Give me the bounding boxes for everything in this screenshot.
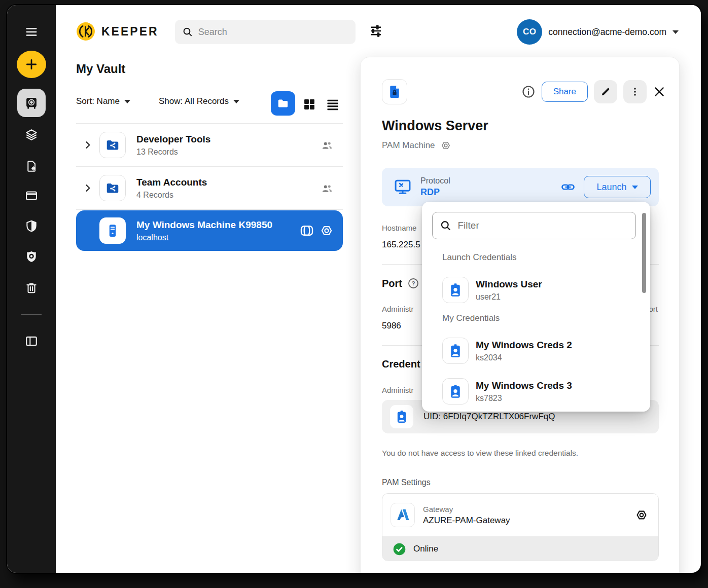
credential-title: My Windows Creds 2 xyxy=(476,340,572,351)
credential-item-my-windows-creds-2[interactable]: My Windows Creds 2 ks2034 xyxy=(442,338,635,364)
hostname-value: 165.225.5 xyxy=(382,240,420,250)
chevron-down-icon xyxy=(233,100,239,103)
credentials-section-heading: Credent xyxy=(382,358,420,370)
port-section-heading: Port ? xyxy=(382,277,419,289)
gateway-status-label: Online xyxy=(413,544,438,554)
vault-icon xyxy=(17,89,46,117)
scrollbar-thumb[interactable] xyxy=(642,213,646,293)
protocol-value: RDP xyxy=(420,187,560,198)
grid-icon xyxy=(302,97,316,112)
credential-badge-iconbox xyxy=(390,405,413,428)
record-title: My Windows Machine K99850 xyxy=(136,219,299,231)
credential-item-my-windows-creds-3[interactable]: My Windows Creds 3 ks7823 xyxy=(442,378,635,405)
keeper-app-window: KEEPER CO connection@acme-demo.com My Va… xyxy=(7,5,701,573)
sidebar-item-trash[interactable] xyxy=(7,281,56,295)
sidebar-item-payment-cards[interactable] xyxy=(7,189,56,202)
admin-credentials-label: Administr xyxy=(382,386,414,394)
check-circle-icon xyxy=(393,542,406,556)
uid-value: UID: 6FDIq7QkTZRLTX06FrwFqQ xyxy=(423,412,555,422)
rdp-monitor-icon xyxy=(393,177,412,197)
protocol-box: Protocol RDP Launch xyxy=(382,168,659,206)
desktop-background: KEEPER CO connection@acme-demo.com My Va… xyxy=(0,0,708,588)
share-button[interactable]: Share xyxy=(542,82,588,102)
gateway-hexagon-icon xyxy=(635,508,648,522)
sidebar-item-panel-toggle[interactable] xyxy=(7,335,56,348)
sidebar-item-security-audit[interactable] xyxy=(7,219,56,233)
sidebar-item-secrets-manager[interactable] xyxy=(7,128,56,141)
launch-credentials-menu: Launch Credentials Windows User user21 M… xyxy=(422,202,650,412)
folder-row-developer-tools[interactable]: Developer Tools 13 Records xyxy=(76,124,343,166)
link-icon[interactable] xyxy=(560,179,576,195)
record-row-text: My Windows Machine K99850 localhost xyxy=(136,219,299,242)
admin-port-label: Administr xyxy=(382,305,414,313)
gateway-label: Gateway xyxy=(423,505,627,513)
view-folder-button[interactable] xyxy=(271,91,295,116)
credential-badge-icon xyxy=(448,384,463,399)
folder-subtitle: 4 Records xyxy=(136,191,321,200)
show-dropdown[interactable]: Show: All Records xyxy=(159,96,239,106)
azure-icon xyxy=(395,507,410,523)
pam-settings-label: PAM Settings xyxy=(382,478,431,487)
help-circle-icon[interactable]: ? xyxy=(407,277,419,289)
menu-icon[interactable] xyxy=(7,25,56,39)
folder-row-text: Developer Tools 13 Records xyxy=(136,134,321,157)
page-title: My Vault xyxy=(76,62,125,76)
folder-subtitle: 13 Records xyxy=(136,148,321,157)
folder-title: Developer Tools xyxy=(136,134,321,145)
credential-item-text: My Windows Creds 2 ks2034 xyxy=(476,340,572,362)
panel-toggle-icon xyxy=(25,335,38,348)
info-icon[interactable] xyxy=(521,85,536,99)
credential-item-text: My Windows Creds 3 ks7823 xyxy=(476,380,572,403)
secrets-manager-icon xyxy=(25,128,38,141)
sort-dropdown[interactable]: Sort: Name xyxy=(76,96,130,106)
expand-chevron-icon[interactable] xyxy=(76,183,99,193)
add-button[interactable] xyxy=(7,51,56,78)
credential-subtitle: ks2034 xyxy=(476,353,572,362)
svg-text:?: ? xyxy=(411,280,415,286)
list-icon xyxy=(326,97,340,112)
divider xyxy=(76,209,343,210)
admin-port-value: 5986 xyxy=(382,321,401,331)
pam-hexagon-icon xyxy=(440,140,451,151)
connection-tunnel-icon xyxy=(299,223,314,238)
folder-title: Team Accounts xyxy=(136,177,321,188)
gateway-text: Gateway AZURE-PAM-Gateway xyxy=(423,505,627,526)
menu-section-header: Launch Credentials xyxy=(442,252,516,263)
shared-folder-icon xyxy=(99,175,126,201)
sidebar-item-vault[interactable] xyxy=(7,89,56,117)
credential-badge-icon xyxy=(448,282,463,298)
kebab-icon xyxy=(629,86,641,97)
credential-title: My Windows Creds 3 xyxy=(476,380,572,391)
filter-box[interactable] xyxy=(432,212,636,239)
credential-badge-iconbox xyxy=(442,338,469,364)
list-controls: Sort: Name Show: All Records xyxy=(76,96,348,114)
gateway-row[interactable]: Gateway AZURE-PAM-Gateway xyxy=(382,494,658,536)
view-grid-button[interactable] xyxy=(302,97,316,114)
folder-row-team-accounts[interactable]: Team Accounts 4 Records xyxy=(76,167,343,209)
edit-button[interactable] xyxy=(594,80,617,103)
protocol-text: Protocol RDP xyxy=(420,176,560,198)
sidebar-item-reports[interactable] xyxy=(7,160,56,173)
sidebar xyxy=(7,5,56,573)
credential-item-windows-user[interactable]: Windows User user21 xyxy=(442,277,635,303)
record-list: Developer Tools 13 Records Team Accounts xyxy=(76,123,343,251)
record-row-selected[interactable]: My Windows Machine K99850 localhost xyxy=(76,210,343,251)
trash-icon xyxy=(25,281,38,295)
shared-users-icon xyxy=(321,181,334,195)
view-list-button[interactable] xyxy=(326,97,340,114)
sidebar-item-breachwatch[interactable] xyxy=(7,250,56,263)
menu-section-header: My Credentials xyxy=(442,313,500,323)
more-button[interactable] xyxy=(623,80,647,103)
plus-icon xyxy=(17,51,46,78)
launch-button[interactable]: Launch xyxy=(584,176,651,198)
chevron-down-icon xyxy=(124,100,130,103)
close-button[interactable] xyxy=(653,85,666,98)
port-heading-label: Port xyxy=(382,278,402,289)
port-col2-label-fragment: ort xyxy=(649,305,658,313)
protocol-label: Protocol xyxy=(420,176,560,186)
gateway-card: Gateway AZURE-PAM-Gateway Online xyxy=(382,493,659,561)
expand-chevron-icon[interactable] xyxy=(76,140,99,150)
shield-icon xyxy=(25,219,38,233)
azure-iconbox xyxy=(391,503,415,527)
filter-input[interactable] xyxy=(458,220,628,231)
